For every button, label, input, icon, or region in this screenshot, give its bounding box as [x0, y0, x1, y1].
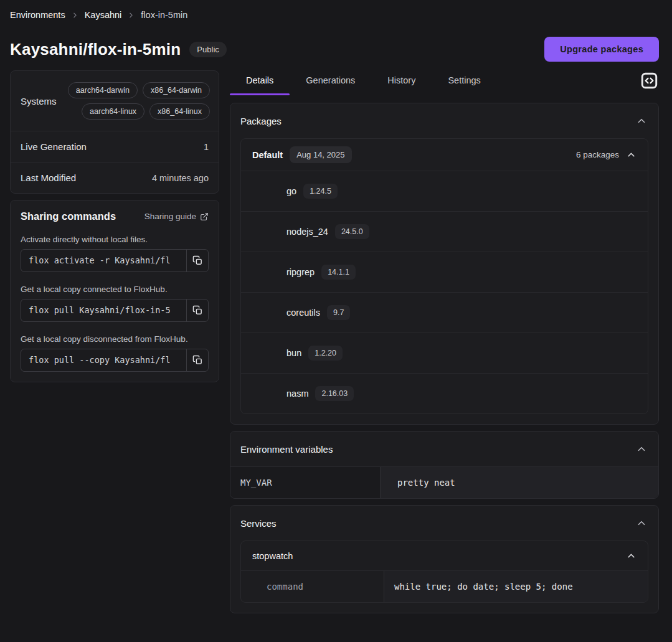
- group-name: Default: [252, 150, 283, 160]
- package-name: go: [286, 186, 296, 196]
- env-vars-title: Environment variables: [240, 444, 333, 455]
- page-header: Kaysahni/flox-in-5min Public Upgrade pac…: [10, 37, 659, 62]
- code-view-button[interactable]: [640, 72, 659, 89]
- external-link-icon: [200, 212, 209, 221]
- last-modified-row: Last Modified 4 minutes ago: [11, 162, 219, 193]
- package-row: nodejs_24 24.5.0: [241, 211, 648, 252]
- env-var-row: MY_VAR pretty neat: [230, 466, 658, 498]
- breadcrumb-environments[interactable]: Environments: [10, 10, 65, 20]
- sidebar: Systems aarch64-darwin x86_64-darwin aar…: [10, 70, 219, 382]
- package-row: ripgrep 14.1.1: [241, 252, 648, 292]
- chevron-up-icon[interactable]: [626, 550, 637, 561]
- env-var-value: pretty neat: [381, 467, 658, 498]
- service-header[interactable]: stopwatch: [241, 541, 648, 570]
- chevron-up-icon[interactable]: [636, 115, 647, 126]
- live-generation-value: 1: [204, 142, 209, 152]
- copy-icon: [192, 255, 203, 266]
- page-title: Kaysahni/flox-in-5min: [10, 40, 181, 59]
- chevron-up-icon[interactable]: [626, 149, 637, 160]
- package-row: bun 1.2.20: [241, 333, 648, 373]
- code-icon: [641, 72, 658, 89]
- tab-details[interactable]: Details: [230, 70, 290, 95]
- sharing-commands-title: Sharing commands: [21, 210, 116, 222]
- service-command-value: while true; do date; sleep 5; done: [384, 571, 648, 602]
- package-name: coreutils: [286, 308, 320, 318]
- tab-generations[interactable]: Generations: [290, 70, 371, 95]
- activate-command-text: flox activate -r Kaysahni/fl: [21, 250, 186, 271]
- package-name: ripgrep: [286, 267, 315, 277]
- package-version-badge: 9.7: [327, 305, 350, 320]
- breadcrumb-owner[interactable]: Kaysahni: [85, 10, 122, 20]
- main-content: Details Generations History Settings Pac…: [230, 70, 659, 613]
- tabs-row: Details Generations History Settings: [230, 70, 659, 95]
- upgrade-packages-button[interactable]: Upgrade packages: [544, 37, 659, 62]
- services-section-header[interactable]: Services: [230, 506, 658, 541]
- sharing-commands-card: Sharing commands Sharing guide Activate …: [10, 200, 219, 382]
- breadcrumb-current: flox-in-5min: [141, 10, 187, 20]
- system-pill: aarch64-linux: [82, 103, 144, 120]
- share-description: Get a local copy disconnected from FloxH…: [21, 334, 209, 344]
- service-name: stopwatch: [252, 551, 293, 561]
- pull-copy-command-text: flox pull --copy Kaysahni/fl: [21, 349, 186, 371]
- tab-history[interactable]: History: [371, 70, 432, 95]
- sharing-guide-link[interactable]: Sharing guide: [144, 212, 209, 221]
- service-command-row: command while true; do date; sleep 5; do…: [241, 570, 648, 602]
- env-var-name: MY_VAR: [230, 467, 381, 498]
- package-row: coreutils 9.7: [241, 292, 648, 333]
- package-version-badge: 14.1.1: [321, 265, 356, 280]
- package-version-badge: 1.24.5: [303, 184, 338, 199]
- group-date-badge: Aug 14, 2025: [290, 146, 351, 163]
- services-section: Services stopwatch command while true; d…: [230, 505, 659, 613]
- package-version-badge: 2.16.03: [315, 386, 354, 401]
- last-modified-label: Last Modified: [21, 172, 76, 183]
- share-description: Get a local copy connected to FloxHub.: [21, 285, 209, 294]
- visibility-badge: Public: [189, 42, 226, 57]
- tab-settings[interactable]: Settings: [432, 70, 496, 95]
- system-pill: aarch64-darwin: [68, 82, 138, 98]
- chevron-up-icon[interactable]: [636, 517, 647, 529]
- env-vars-section: Environment variables MY_VAR pretty neat: [230, 431, 659, 499]
- copy-icon: [192, 355, 203, 366]
- chevron-right-icon: [71, 11, 79, 19]
- system-pill: x86_64-linux: [149, 103, 210, 120]
- package-group-header[interactable]: Default Aug 14, 2025 6 packages: [241, 139, 648, 171]
- live-generation-label: Live Generation: [21, 141, 87, 152]
- pull-command-text: flox pull Kaysahni/flox-in-5: [21, 300, 186, 321]
- package-name: nodejs_24: [286, 227, 328, 237]
- package-name: nasm: [286, 389, 308, 399]
- sharing-guide-label: Sharing guide: [144, 212, 196, 221]
- chevron-up-icon[interactable]: [636, 443, 647, 455]
- system-pill: x86_64-darwin: [143, 82, 210, 98]
- service-command-key: command: [241, 571, 384, 602]
- activate-command-box: flox activate -r Kaysahni/fl: [21, 249, 209, 272]
- package-name: bun: [286, 348, 301, 358]
- copy-icon: [192, 305, 203, 316]
- package-count: 6 packages: [576, 150, 619, 159]
- package-row: go 1.24.5: [241, 171, 648, 211]
- breadcrumb: Environments Kaysahni flox-in-5min: [10, 10, 659, 20]
- share-description: Activate directly without local files.: [21, 235, 209, 244]
- package-group-card: Default Aug 14, 2025 6 packages go 1.24.…: [240, 138, 648, 414]
- service-card: stopwatch command while true; do date; s…: [240, 541, 648, 603]
- systems-row: Systems aarch64-darwin x86_64-darwin aar…: [11, 71, 219, 131]
- pull-command-box: flox pull Kaysahni/flox-in-5: [21, 299, 209, 322]
- copy-button[interactable]: [186, 250, 208, 271]
- package-version-badge: 1.2.20: [308, 346, 343, 361]
- copy-button[interactable]: [186, 349, 208, 371]
- systems-label: Systems: [21, 96, 57, 106]
- services-title: Services: [240, 518, 277, 529]
- package-row: nasm 2.16.03: [241, 373, 648, 413]
- live-generation-row: Live Generation 1: [11, 131, 219, 162]
- packages-title: Packages: [240, 116, 282, 126]
- copy-button[interactable]: [186, 300, 208, 321]
- env-vars-section-header[interactable]: Environment variables: [230, 432, 658, 466]
- packages-section-header[interactable]: Packages: [230, 103, 658, 138]
- last-modified-value: 4 minutes ago: [152, 173, 209, 183]
- package-version-badge: 24.5.0: [335, 224, 369, 239]
- packages-section: Packages Default Aug 14, 2025 6 packages: [230, 103, 659, 425]
- pull-copy-command-box: flox pull --copy Kaysahni/fl: [21, 349, 209, 372]
- chevron-right-icon: [127, 11, 135, 19]
- environment-meta-card: Systems aarch64-darwin x86_64-darwin aar…: [10, 70, 219, 194]
